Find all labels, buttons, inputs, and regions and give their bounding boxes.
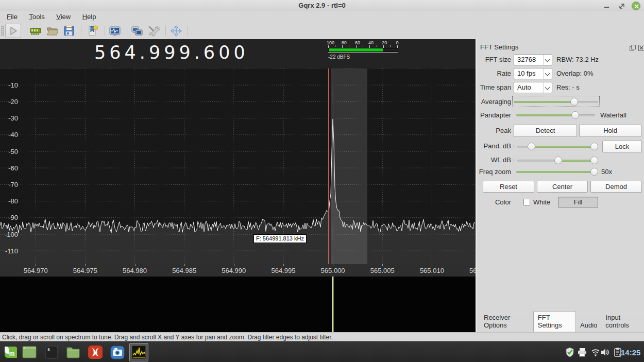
svg-text:-30: -30 [8, 114, 18, 122]
taskbar-clock[interactable]: 14:25 [621, 348, 640, 357]
freq-zoom-handle[interactable] [590, 168, 598, 176]
waterfall-display[interactable] [0, 277, 476, 332]
pandapter-db-range-slider[interactable] [517, 143, 596, 150]
time-span-label: Time span [477, 82, 511, 93]
configure-io-devices-button[interactable] [29, 25, 42, 37]
menu-tools[interactable]: Tools [24, 11, 49, 21]
svg-text:-90: -90 [8, 214, 18, 221]
pandapter-waterfall-split-slider[interactable] [516, 111, 595, 119]
range-high-handle[interactable] [590, 157, 598, 164]
time-span-select[interactable]: Auto [514, 82, 552, 93]
firewall-tray-icon[interactable] [565, 347, 575, 357]
toolbar [0, 23, 644, 39]
meter-readout: -22 dBFS [328, 54, 350, 60]
status-bar: Click, drag or scroll on spectrum to tun… [0, 332, 644, 341]
terminal-button[interactable]: $_ [45, 344, 58, 360]
mint-logo-icon: m [3, 344, 19, 360]
bookmarks-button[interactable] [87, 25, 99, 37]
tab-receiver-options[interactable]: Receiver Options [480, 312, 533, 332]
menu-file[interactable]: File [2, 11, 22, 21]
tuner-frequency-marker[interactable] [328, 68, 329, 277]
tools-icon [147, 25, 160, 37]
open-settings-button[interactable] [46, 25, 59, 37]
frequency-display[interactable]: 564.999.600 [94, 42, 249, 63]
toolbar-separator [26, 26, 26, 36]
fft-size-label: FFT size [477, 54, 511, 65]
file-manager-button[interactable] [65, 344, 81, 360]
peak-hold-button[interactable]: Hold [579, 125, 641, 137]
gqrx-window-button[interactable] [131, 345, 146, 359]
printer-tray-icon[interactable] [577, 347, 587, 357]
lock-button[interactable]: Lock [602, 141, 642, 152]
meter-bar [328, 48, 398, 52]
camera-icon [110, 344, 125, 360]
close-icon [638, 45, 644, 51]
averaging-slider-handle[interactable] [570, 98, 578, 106]
demod-filter-band[interactable] [331, 68, 367, 277]
panel-tab-bar: Receiver Options FFT Settings Audio Inpu… [477, 319, 644, 332]
rate-select[interactable]: 10 fps [514, 68, 552, 79]
save-settings-button[interactable] [63, 25, 75, 37]
slider-tick [514, 159, 514, 162]
range-high-handle[interactable] [590, 143, 598, 150]
reset-button[interactable]: Reset [483, 181, 534, 193]
fill-toggle-button[interactable]: Fill [558, 197, 598, 208]
toolbar-separator [81, 26, 81, 36]
meter-scale-labels: -100-80-60-40-200 [325, 40, 402, 45]
x-axis-tick-label: 565.010 [420, 267, 444, 274]
dsp-options-button[interactable] [147, 25, 160, 37]
svg-text:-70: -70 [8, 181, 18, 188]
show-desktop-button[interactable] [22, 344, 37, 360]
averaging-slider[interactable] [514, 98, 598, 106]
remote-control-button[interactable] [131, 25, 143, 37]
waterfall-signal-line [332, 277, 334, 332]
frequency-axis[interactable]: 564.970564.975564.980564.985564.990564.9… [0, 264, 476, 277]
center-button[interactable]: Center [537, 181, 588, 193]
fft-display-button[interactable] [109, 25, 121, 37]
close-button[interactable] [632, 2, 640, 10]
range-low-handle[interactable] [554, 157, 562, 164]
tab-fft-settings[interactable]: FFT Settings [533, 311, 576, 332]
signal-strength-meter: -100-80-60-40-200 -22 dBFS [325, 39, 402, 68]
speaker-icon [600, 347, 611, 357]
fft-settings-panel: FFT Settings FFT size 32768 RBW: 73.2 Hz… [476, 39, 644, 332]
start-dsp-button[interactable] [5, 24, 21, 38]
white-checkbox[interactable] [523, 199, 530, 205]
volume-tray-icon[interactable] [600, 347, 611, 357]
shield-check-icon [565, 347, 575, 357]
meter-scale-label: -80 [340, 40, 347, 45]
demod-button[interactable]: Demod [590, 181, 642, 193]
x-axis-tick-label: 564.985 [172, 267, 196, 274]
media-viewer-button[interactable] [88, 344, 103, 360]
minimize-button[interactable] [603, 2, 611, 10]
range-low-handle[interactable] [528, 143, 535, 150]
red-x-app-icon [88, 344, 103, 360]
tab-audio[interactable]: Audio [576, 319, 601, 332]
menu-help[interactable]: Help [78, 11, 101, 21]
dock-float-button[interactable] [630, 44, 636, 50]
toolbar-separator [105, 26, 105, 36]
maximize-button[interactable] [618, 2, 626, 10]
tab-input-controls[interactable]: Input controls [601, 312, 644, 332]
network-wifi-tray-icon[interactable] [590, 347, 601, 357]
split-slider-handle[interactable] [571, 111, 579, 119]
fullscreen-button[interactable] [170, 25, 182, 37]
screenshot-tool-button[interactable] [110, 344, 125, 360]
title-bar[interactable]: Gqrx 2.9 - rtl=0 [0, 0, 644, 11]
float-icon [630, 45, 636, 51]
toolbar-drag-handle[interactable] [1, 26, 4, 36]
menu-view[interactable]: View [52, 11, 75, 21]
toolbar-separator [188, 26, 188, 36]
waterfall-db-range-slider[interactable] [517, 157, 596, 164]
fft-size-select[interactable]: 32768 [514, 54, 552, 65]
mint-menu-button[interactable]: m [3, 344, 19, 360]
svg-text:-50: -50 [8, 148, 18, 156]
pandapter-plot[interactable]: -10-20-30-40-50-60-70-80-90-100-110 [0, 68, 476, 264]
waterfall-label: Waterfall [600, 111, 626, 119]
freq-zoom-slider[interactable] [516, 168, 595, 176]
meter-scale-label: -20 [380, 40, 387, 45]
peak-detect-button[interactable]: Detect [514, 125, 577, 137]
dock-close-button[interactable] [638, 44, 644, 50]
averaging-label: Averaging [477, 98, 511, 106]
chevron-down-icon [543, 68, 552, 79]
